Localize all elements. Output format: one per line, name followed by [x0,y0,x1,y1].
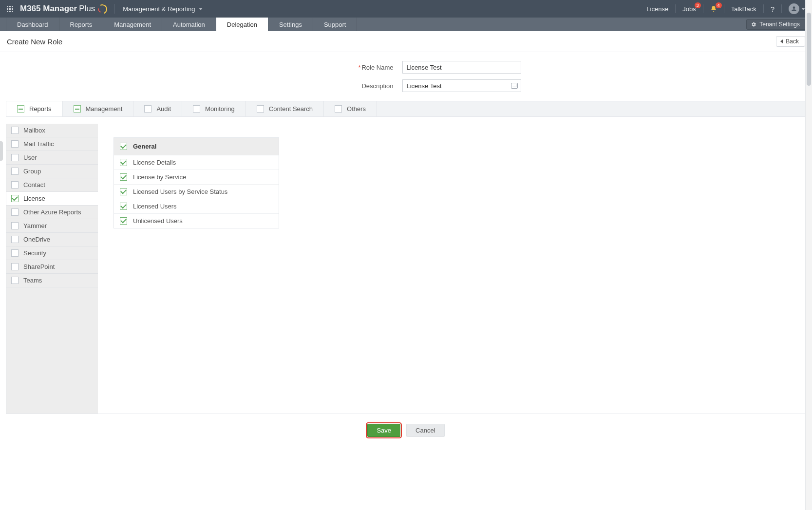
checkbox[interactable] [120,173,127,181]
category-tab-reports[interactable]: Reports [6,101,63,116]
checkbox[interactable] [120,203,127,210]
side-item-license[interactable]: License [6,192,98,206]
permission-label: Licensed Users by Service Status [133,188,227,195]
user-menu[interactable] [789,3,805,14]
talkback-link[interactable]: TalkBack [731,5,756,13]
save-button[interactable]: Save [367,424,400,437]
checkbox[interactable] [17,105,24,113]
tenant-settings-button[interactable]: Tenant Settings [746,19,806,30]
category-tab-others[interactable]: Others [324,101,377,116]
side-item-onedrive[interactable]: OneDrive [6,233,98,246]
category-tab-content-search[interactable]: Content Search [246,101,324,116]
description-input[interactable] [407,80,509,92]
checkbox[interactable] [193,105,200,113]
bell-icon[interactable]: 4 [710,5,717,12]
description-label: Description [291,82,394,90]
checkbox[interactable] [335,105,342,113]
side-item-label: Other Azure Reports [23,208,81,216]
side-item-label: Group [23,168,41,175]
side-item-group[interactable]: Group [6,165,98,178]
side-item-mail-traffic[interactable]: Mail Traffic [6,137,98,151]
divider [703,4,703,13]
nav-tab-reports[interactable]: Reports [59,18,104,31]
workspace: MailboxMail TrafficUserGroupContactLicen… [6,124,806,414]
apps-grid-icon[interactable] [7,6,13,12]
checkbox[interactable] [11,181,19,189]
expand-icon[interactable] [511,83,518,89]
module-label: Management & Reporting [123,5,195,13]
license-link[interactable]: License [646,5,668,13]
scroll-thumb[interactable] [807,13,811,86]
nav-tab-settings[interactable]: Settings [268,18,313,31]
permission-label: Unlicensed Users [133,217,183,225]
side-item-label: Contact [23,181,45,189]
category-tab-audit[interactable]: Audit [133,101,182,116]
side-item-mailbox[interactable]: Mailbox [6,124,98,137]
tenant-settings-label: Tenant Settings [759,21,800,28]
side-item-security[interactable]: Security [6,246,98,260]
permission-label: Licensed Users [133,203,177,210]
permission-row[interactable]: Licensed Users [114,199,279,214]
collapse-handle[interactable] [0,141,3,161]
checkbox[interactable] [144,105,151,113]
nav-tab-support[interactable]: Support [313,18,358,31]
checkbox[interactable] [120,217,127,225]
side-item-label: Security [23,249,46,257]
checkbox[interactable] [11,208,19,216]
checkbox[interactable] [11,277,19,284]
checkbox[interactable] [11,154,19,161]
category-tab-monitoring[interactable]: Monitoring [182,101,246,116]
nav-tab-delegation[interactable]: Delegation [216,18,268,31]
side-item-user[interactable]: User [6,151,98,165]
permission-row[interactable]: Licensed Users by Service Status [114,185,279,199]
checkbox[interactable] [257,105,264,113]
checkbox[interactable] [11,263,19,270]
permission-row[interactable]: License by Service [114,170,279,185]
module-picker[interactable]: Management & Reporting [123,5,203,13]
category-tab-label: Audit [156,105,171,113]
checkbox[interactable] [11,168,19,175]
checkbox[interactable] [11,222,19,229]
side-item-other-azure-reports[interactable]: Other Azure Reports [6,206,98,219]
checkbox[interactable] [120,188,127,195]
footer-actions: Save Cancel [0,414,812,437]
permission-group-label: General [133,143,156,150]
brand-suffix: Plus [79,4,95,14]
back-button[interactable]: Back [776,36,805,47]
permission-list: GeneralLicense DetailsLicense by Service… [113,137,279,228]
checkbox[interactable] [11,236,19,243]
cancel-button[interactable]: Cancel [406,424,444,437]
permission-label: License Details [133,159,176,166]
jobs-link[interactable]: Jobs 3 [682,5,696,13]
help-icon[interactable]: ? [771,5,774,13]
category-tab-label: Others [347,105,366,113]
checkbox[interactable] [11,195,19,202]
checkbox[interactable] [74,105,81,113]
permission-row[interactable]: Unlicensed Users [114,214,279,228]
nav-tab-management[interactable]: Management [103,18,162,31]
side-item-label: OneDrive [23,236,50,243]
category-tab-management[interactable]: Management [63,101,134,116]
checkbox[interactable] [11,249,19,257]
category-tabs: ReportsManagementAuditMonitoringContent … [6,101,806,117]
checkbox[interactable] [120,159,127,166]
category-tab-label: Monitoring [205,105,235,113]
side-item-contact[interactable]: Contact [6,178,98,192]
checkbox[interactable] [120,143,127,150]
jobs-badge: 3 [695,2,701,8]
permission-group-header[interactable]: General [114,138,279,155]
scrollbar[interactable] [805,0,812,510]
side-list: MailboxMail TrafficUserGroupContactLicen… [6,124,98,414]
side-item-yammer[interactable]: Yammer [6,219,98,233]
side-item-sharepoint[interactable]: SharePoint [6,260,98,274]
role-name-input[interactable] [402,61,521,74]
nav-tab-dashboard[interactable]: Dashboard [6,18,59,31]
checkbox[interactable] [11,127,19,134]
detail-area: GeneralLicense DetailsLicense by Service… [98,124,806,414]
permission-row[interactable]: License Details [114,155,279,170]
checkbox[interactable] [11,140,19,148]
side-item-teams[interactable]: Teams [6,274,98,287]
page-titlebar: Create New Role Back [0,31,812,52]
category-tab-label: Management [86,105,123,113]
nav-tab-automation[interactable]: Automation [162,18,216,31]
